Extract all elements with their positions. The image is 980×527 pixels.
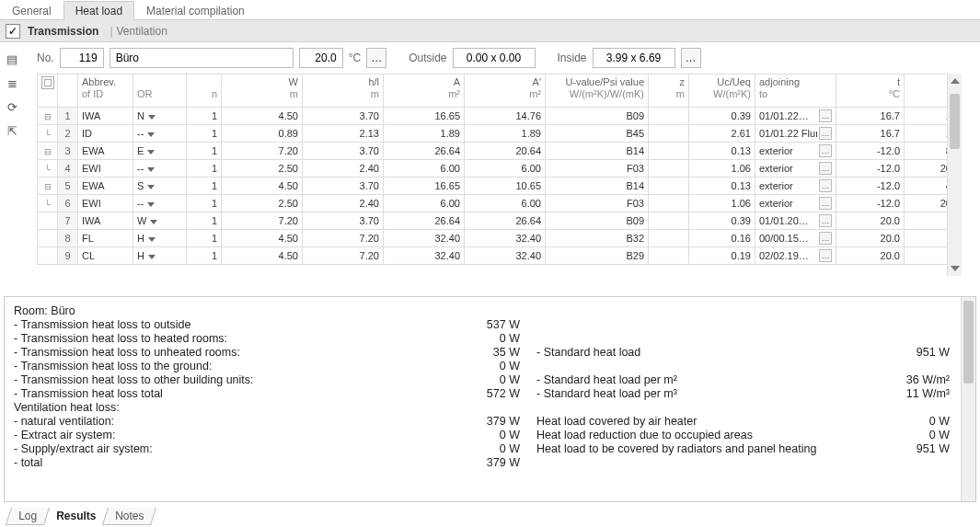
cell-hl[interactable]: 3.70 — [303, 212, 384, 230]
cell-ap[interactable]: 20.64 — [465, 143, 546, 160]
tree-toggle[interactable]: └ — [38, 125, 58, 143]
bottom-tab-notes[interactable]: Notes — [102, 508, 157, 525]
cell-a[interactable]: 6.00 — [384, 195, 465, 212]
cell-u[interactable]: F03 — [546, 195, 649, 212]
cell-u[interactable]: B29 — [546, 247, 649, 265]
temp-ellipsis-button[interactable]: … — [366, 48, 386, 68]
tree-toggle[interactable] — [38, 212, 58, 230]
cell-t[interactable]: -12.0 — [836, 160, 905, 178]
hdr-adj[interactable]: adjoiningto — [755, 74, 836, 108]
ellipsis-button[interactable]: … — [819, 162, 832, 175]
cell-adj[interactable]: exterior… — [755, 160, 836, 178]
toolbar-icon-1[interactable]: ▤ — [4, 52, 20, 66]
cell-hl[interactable]: 3.70 — [303, 143, 384, 160]
cell-adj[interactable]: 01/01.22…… — [755, 108, 836, 125]
cell-hl[interactable]: 2.40 — [303, 160, 384, 178]
cell-n[interactable]: 1 — [187, 247, 222, 265]
cell-ap[interactable]: 14.76 — [465, 108, 546, 125]
cell-a[interactable]: 6.00 — [384, 160, 465, 178]
table-row[interactable]: 9CLH14.507.2032.4032.40B290.1902/02.19……… — [38, 247, 963, 265]
cell-abbrev[interactable]: FL — [78, 230, 133, 247]
cell-adj[interactable]: 01/01.22 Flur… — [755, 125, 836, 143]
cell-ap[interactable]: 10.65 — [465, 178, 546, 195]
chevron-down-icon[interactable] — [147, 150, 155, 155]
cell-uc[interactable]: 1.06 — [689, 195, 755, 212]
tree-toggle[interactable]: ⊟ — [38, 178, 58, 195]
cell-ap[interactable]: 32.40 — [465, 247, 546, 265]
cell-t[interactable]: -12.0 — [836, 143, 905, 160]
summary-scroll-thumb[interactable] — [963, 301, 974, 384]
hdr-hl[interactable]: h/lm — [303, 74, 384, 108]
cell-t[interactable]: 16.7 — [836, 125, 905, 143]
table-row[interactable]: └6EWI--12.502.406.006.00F031.06exterior…… — [38, 195, 963, 212]
table-row[interactable]: ⊟3EWAE17.203.7026.6420.64B140.13exterior… — [38, 143, 963, 160]
table-scrollbar[interactable] — [947, 74, 962, 276]
cell-z[interactable] — [649, 125, 689, 143]
cell-n[interactable]: 1 — [187, 160, 222, 178]
hdr-or[interactable]: OR — [133, 74, 187, 108]
cell-or[interactable]: -- — [133, 160, 187, 178]
hdr-u[interactable]: U-value/Psi valueW/(m²K)/W/(mK) — [546, 74, 649, 108]
hdr-a[interactable]: Am² — [384, 74, 465, 108]
transmission-label[interactable]: Transmission — [28, 25, 98, 38]
cell-uc[interactable]: 0.13 — [689, 143, 755, 160]
cell-w[interactable]: 2.50 — [222, 195, 303, 212]
cell-uc[interactable]: 0.39 — [689, 108, 755, 125]
table-row[interactable]: 8FLH14.507.2032.4032.40B320.1600/00.15……… — [38, 230, 963, 247]
cell-ap[interactable]: 1.89 — [465, 125, 546, 143]
scroll-thumb[interactable] — [950, 94, 960, 149]
ellipsis-button[interactable]: … — [819, 232, 832, 245]
table-row[interactable]: └2ID--10.892.131.891.89B452.6101/01.22 F… — [38, 125, 963, 143]
cell-a[interactable]: 32.40 — [384, 230, 465, 247]
cell-z[interactable] — [649, 212, 689, 230]
inside-ellipsis-button[interactable]: … — [681, 48, 701, 68]
cell-hl[interactable]: 3.70 — [303, 108, 384, 125]
cell-u[interactable]: B45 — [546, 125, 649, 143]
cell-n[interactable]: 1 — [187, 195, 222, 212]
cell-uc[interactable]: 0.13 — [689, 178, 755, 195]
cell-n[interactable]: 1 — [187, 125, 222, 143]
cell-u[interactable]: B32 — [546, 230, 649, 247]
cell-or[interactable]: -- — [133, 195, 187, 212]
chevron-down-icon[interactable] — [147, 202, 155, 207]
cell-n[interactable]: 1 — [187, 143, 222, 160]
ellipsis-button[interactable]: … — [819, 127, 832, 140]
table-row[interactable]: └4EWI--12.502.406.006.00F031.06exterior…… — [38, 160, 963, 178]
cell-t[interactable]: 16.7 — [836, 108, 905, 125]
cell-t[interactable]: 20.0 — [836, 247, 905, 265]
hdr-ap[interactable]: A'm² — [465, 74, 546, 108]
cell-z[interactable] — [649, 143, 689, 160]
cell-hl[interactable]: 2.40 — [303, 195, 384, 212]
cell-or[interactable]: H — [133, 230, 187, 247]
hdr-n[interactable]: n — [187, 74, 222, 108]
ellipsis-button[interactable]: … — [819, 197, 832, 210]
cell-w[interactable]: 2.50 — [222, 160, 303, 178]
scroll-up-icon[interactable] — [948, 74, 962, 88]
cell-hl[interactable]: 2.13 — [303, 125, 384, 143]
cell-w[interactable]: 0.89 — [222, 125, 303, 143]
cell-t[interactable]: 20.0 — [836, 212, 905, 230]
cell-adj[interactable]: 01/01.20…… — [755, 212, 836, 230]
ellipsis-button[interactable]: … — [819, 109, 832, 122]
hdr-uc[interactable]: Uc/UeqW/(m²K) — [689, 74, 755, 108]
cell-hl[interactable]: 3.70 — [303, 178, 384, 195]
cell-z[interactable] — [649, 108, 689, 125]
cell-abbrev[interactable]: IWA — [78, 108, 133, 125]
inside-dim-input[interactable] — [593, 48, 675, 68]
cell-w[interactable]: 4.50 — [222, 230, 303, 247]
tree-toggle[interactable]: └ — [38, 195, 58, 212]
cell-a[interactable]: 26.64 — [384, 143, 465, 160]
ellipsis-button[interactable]: … — [819, 179, 832, 192]
cell-a[interactable]: 16.65 — [384, 178, 465, 195]
toolbar-icon-3[interactable]: ⟳ — [4, 99, 20, 114]
cell-or[interactable]: -- — [133, 125, 187, 143]
cell-n[interactable]: 1 — [187, 108, 222, 125]
cell-hl[interactable]: 7.20 — [303, 230, 384, 247]
cell-abbrev[interactable]: EWA — [78, 143, 133, 160]
cell-z[interactable] — [649, 230, 689, 247]
tab-heat-load[interactable]: Heat load — [63, 1, 134, 20]
cell-abbrev[interactable]: CL — [78, 247, 133, 265]
cell-n[interactable]: 1 — [187, 212, 222, 230]
cell-abbrev[interactable]: EWI — [78, 160, 133, 178]
table-row[interactable]: ⊟5EWAS14.503.7016.6510.65B140.13exterior… — [38, 178, 963, 195]
